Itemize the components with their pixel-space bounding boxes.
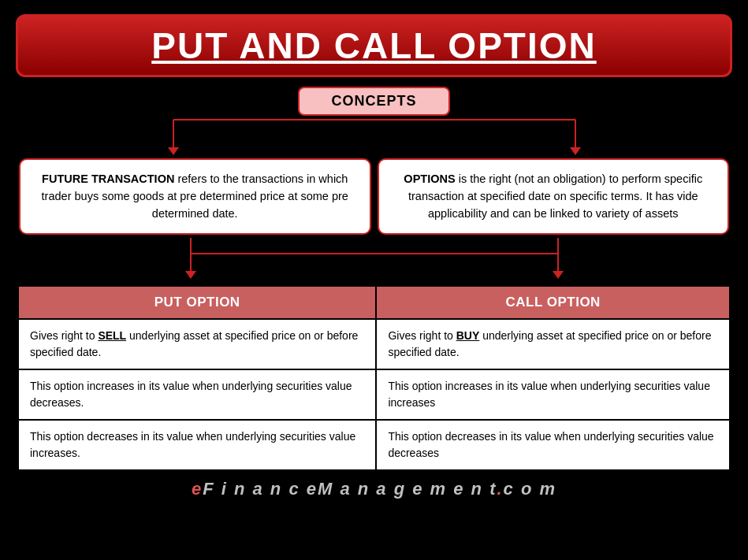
concepts-label: CONCEPTS — [331, 93, 416, 109]
table-header-row: PUT OPTION CALL OPTION — [18, 286, 730, 319]
watermark: eF i n a n c eM a n a g e m e n t.c o m — [192, 479, 556, 499]
svg-marker-4 — [570, 147, 581, 155]
table-row-2: This option increases in its value when … — [18, 369, 730, 420]
call-option-header: CALL OPTION — [376, 286, 730, 319]
buy-keyword: BUY — [456, 329, 480, 342]
put-row3: This option decreases in its value when … — [18, 420, 376, 470]
lower-connector-svg — [16, 238, 733, 277]
slide: PUT AND CALL OPTION CONCEPTS FUTURE TRAN… — [0, 0, 748, 560]
concepts-box: CONCEPTS — [298, 87, 449, 116]
cards-row: FUTURE TRANSACTION refers to the transac… — [16, 155, 732, 238]
call-row2: This option increases in its value when … — [376, 369, 730, 420]
watermark-dot: . — [497, 479, 503, 499]
call-row1: Gives right to BUY underlying asset at s… — [376, 319, 730, 369]
watermark-management: M a n a g e m e n t — [318, 479, 497, 499]
table-row-1: Gives right to SELL underlying asset at … — [18, 319, 730, 369]
sell-keyword: SELL — [98, 329, 126, 342]
title-box: PUT AND CALL OPTION — [16, 14, 732, 77]
future-transaction-heading: FUTURE TRANSACTION — [42, 172, 174, 185]
svg-marker-3 — [168, 147, 179, 155]
main-title: PUT AND CALL OPTION — [151, 25, 596, 66]
svg-marker-11 — [553, 271, 564, 279]
watermark-finance: F i n a n c e — [203, 479, 318, 499]
options-heading: OPTIONS — [404, 172, 455, 185]
put-row1: Gives right to SELL underlying asset at … — [18, 319, 376, 369]
put-option-header: PUT OPTION — [18, 286, 376, 319]
put-row2: This option increases in its value when … — [18, 369, 376, 420]
comparison-table: PUT OPTION CALL OPTION Gives right to SE… — [16, 284, 732, 473]
table-row-3: This option decreases in its value when … — [18, 420, 730, 470]
future-transaction-card: FUTURE TRANSACTION refers to the transac… — [19, 158, 371, 235]
watermark-e: e — [192, 479, 203, 499]
options-card: OPTIONS is the right (not an obligation)… — [378, 158, 730, 235]
call-row3: This option decreases in its value when … — [376, 420, 730, 470]
svg-marker-9 — [185, 271, 196, 279]
connector-svg — [16, 116, 733, 155]
watermark-com: c o m — [504, 479, 556, 499]
